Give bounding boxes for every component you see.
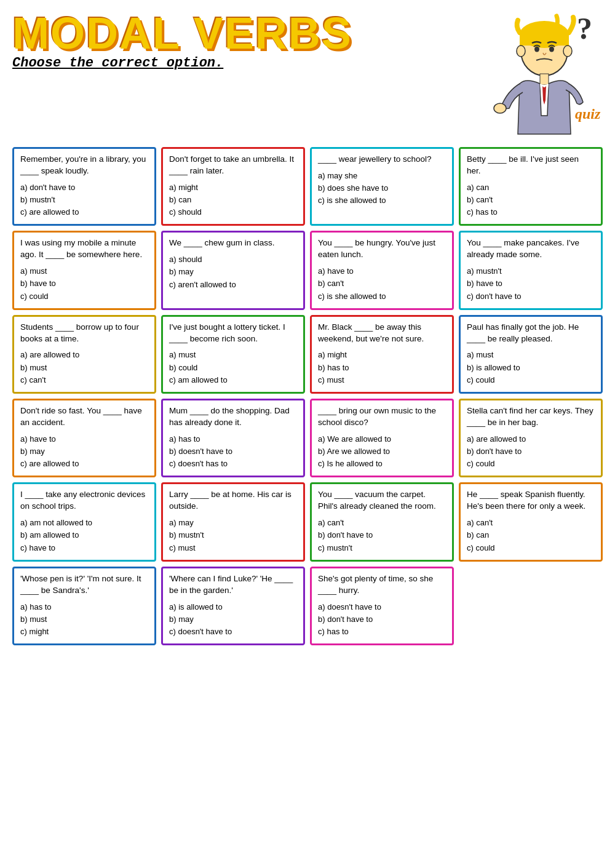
question-text: Mum ____ do the shopping. Dad has alread…	[169, 405, 297, 429]
option-c: c) has to	[467, 207, 595, 218]
option-c: c) has to	[318, 626, 446, 637]
option-a: a) have to	[20, 434, 148, 445]
question-text: Paul has finally got the job. He ____ be…	[467, 322, 595, 345]
option-b: b) may	[169, 614, 297, 625]
question-text: He ____ speak Spanish fluently. He's bee…	[467, 489, 595, 512]
quiz-card-13: Don't ride so fast. You ____ have an acc…	[12, 399, 156, 477]
option-b: b) am allowed to	[20, 530, 148, 541]
quiz-card-10: I've just bought a lottery ticket. I ___…	[161, 315, 305, 394]
quiz-card-5: I was using my mobile a minute ago. It _…	[12, 231, 156, 309]
option-b: b) don't have to	[467, 446, 595, 457]
question-text: Larry ____ be at home. His car is outsid…	[169, 489, 297, 512]
option-a: a) must	[169, 349, 297, 360]
quiz-card-20: He ____ speak Spanish fluently. He's bee…	[459, 482, 603, 561]
option-c: c) could	[467, 543, 595, 554]
option-c: c) must	[318, 375, 446, 386]
quiz-card-17: I ____ take any electronic devices on sc…	[12, 482, 156, 561]
option-b: b) must	[20, 614, 148, 625]
quiz-card-22: 'Where can I find Luke?' 'He ____ be in …	[161, 567, 305, 645]
option-a: a) are allowed to	[467, 434, 595, 445]
question-text: Don't ride so fast. You ____ have an acc…	[20, 405, 148, 429]
quiz-card-8: You ____ make pancakes. I've already mad…	[459, 231, 603, 309]
option-c: c) don't have to	[467, 291, 595, 302]
option-a: a) should	[169, 254, 297, 265]
option-b: b) is allowed to	[467, 362, 595, 373]
svg-text:?: ?	[577, 11, 592, 46]
svg-point-4	[517, 46, 525, 57]
option-b: b) can't	[467, 194, 595, 205]
question-text: ____ wear jewellery to school?	[318, 154, 446, 165]
page-title: MODAL VERBS	[12, 11, 352, 55]
option-b: b) Are we allowed to	[318, 446, 446, 457]
question-text: Stella can't find her car keys. They ___…	[467, 405, 595, 429]
option-a: a) may	[169, 517, 297, 528]
option-c: c) must	[169, 543, 297, 554]
option-b: b) may	[20, 446, 148, 457]
quiz-card-4: Betty ____ be ill. I've just seen her.a)…	[459, 147, 603, 226]
question-text: I ____ take any electronic devices on sc…	[20, 489, 148, 512]
option-a: a) have to	[318, 266, 446, 277]
question-text: 'Where can I find Luke?' 'He ____ be in …	[169, 573, 297, 597]
question-text: Mr. Black ____ be away this weekend, but…	[318, 322, 446, 345]
option-a: a) might	[318, 349, 446, 360]
option-c: c) is she allowed to	[318, 195, 446, 206]
option-b: b) don't have to	[318, 530, 446, 541]
option-b: b) don't have to	[318, 614, 446, 625]
quiz-card-19: You ____ vacuum the carpet. Phil's alrea…	[310, 482, 454, 561]
option-c: c) should	[169, 207, 297, 218]
quiz-card-7: You ____ be hungry. You've just eaten lu…	[310, 231, 454, 309]
quiz-card-21: 'Whose pen is it?' 'I'm not sure. It ___…	[12, 567, 156, 645]
svg-point-6	[534, 47, 539, 52]
question-text: You ____ be hungry. You've just eaten lu…	[318, 237, 446, 261]
option-a: a) may she	[318, 170, 446, 181]
option-a: a) am not allowed to	[20, 517, 148, 528]
option-c: c) Is he allowed to	[318, 458, 446, 469]
option-c: c) am allowed to	[169, 375, 297, 386]
question-text: Betty ____ be ill. I've just seen her.	[467, 154, 595, 177]
option-c: c) are allowed to	[20, 458, 148, 469]
question-text: You ____ make pancakes. I've already mad…	[467, 237, 595, 261]
question-text: ____ bring our own music to the school d…	[318, 405, 446, 429]
option-a: a) must	[20, 266, 148, 277]
quiz-grid: Remember, you're in a library, you ____ …	[12, 147, 603, 645]
quiz-card-18: Larry ____ be at home. His car is outsid…	[161, 482, 305, 561]
option-b: b) doesn't have to	[169, 446, 297, 457]
question-text: You ____ vacuum the carpet. Phil's alrea…	[318, 489, 446, 512]
option-c: c) could	[467, 458, 595, 469]
option-b: b) have to	[467, 278, 595, 289]
option-a: a) has to	[169, 434, 297, 445]
option-a: a) don't have to	[20, 182, 148, 193]
option-a: a) mustn't	[467, 266, 595, 277]
quiz-card-3: ____ wear jewellery to school?a) may she…	[310, 147, 454, 226]
title-area: MODAL VERBS Choose the correct option. ?	[12, 11, 603, 143]
question-text: I was using my mobile a minute ago. It _…	[20, 237, 148, 261]
svg-point-7	[549, 47, 554, 52]
question-text: Don't forget to take an umbrella. It ___…	[169, 154, 297, 177]
option-b: b) have to	[20, 278, 148, 289]
quiz-card-6: We ____ chew gum in class.a) shouldb) ma…	[161, 231, 305, 309]
svg-point-5	[563, 46, 572, 57]
question-text: She's got plenty of time, so she ____ hu…	[318, 573, 446, 597]
svg-rect-8	[540, 74, 549, 85]
option-c: c) could	[20, 291, 148, 302]
question-text: We ____ chew gum in class.	[169, 237, 297, 249]
option-a: a) can't	[318, 517, 446, 528]
option-c: c) could	[467, 375, 595, 386]
quiz-card-23: She's got plenty of time, so she ____ hu…	[310, 567, 454, 645]
option-b: b) can	[169, 194, 297, 205]
option-b: b) must	[20, 362, 148, 373]
option-a: a) We are allowed to	[318, 434, 446, 445]
svg-text:quiz: quiz	[575, 106, 601, 122]
character-illustration: ?	[480, 11, 603, 143]
option-b: b) mustn't	[169, 530, 297, 541]
empty-card-placeholder	[459, 567, 603, 645]
option-c: c) can't	[20, 375, 148, 386]
option-b: b) does she have to	[318, 183, 446, 194]
quiz-card-15: ____ bring our own music to the school d…	[310, 399, 454, 477]
option-c: c) mustn't	[318, 543, 446, 554]
option-b: b) mustn't	[20, 194, 148, 205]
quiz-card-14: Mum ____ do the shopping. Dad has alread…	[161, 399, 305, 477]
character-svg: ?	[480, 11, 603, 143]
option-c: c) have to	[20, 543, 148, 554]
option-a: a) doesn't have to	[318, 602, 446, 613]
